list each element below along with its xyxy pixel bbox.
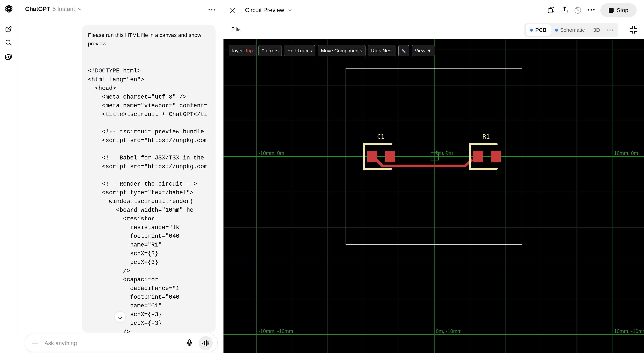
view-label: View ▼ [415,48,432,54]
share-icon[interactable] [560,6,569,14]
layer-button[interactable]: layer: top [229,45,256,56]
stop-square-icon [609,8,614,13]
canvas-title-dropdown[interactable]: Circuit Preview [245,7,292,14]
chat-composer[interactable] [24,334,218,352]
user-message-text: Please run this HTML file in a canvas an… [88,31,204,48]
chat-input[interactable] [44,338,166,348]
coord-label-right: 10mm, 0m [614,150,638,156]
c1-pad-1[interactable] [368,151,377,162]
r1-pad-1[interactable] [473,151,483,162]
library-icon[interactable] [5,53,12,61]
coord-label-bottom-right: 10mm, -10mm [614,328,644,334]
tab-pcb[interactable]: PCB [526,24,550,36]
rats-nest-label: Rats Nest [371,48,393,54]
stop-button[interactable]: Stop [600,4,637,17]
r1-pad-2[interactable] [491,151,501,162]
layer-label: layer: [232,48,244,54]
coord-label-bottom-left: -10mm, -10mm [258,328,293,334]
schematic-status-dot [555,29,558,32]
conversation-options-icon[interactable] [208,8,216,12]
pencil-icon [402,48,406,54]
chevron-down-icon [288,8,292,13]
move-components-label: Move Components [321,48,362,54]
tabs-more-icon[interactable]: ••• [604,28,616,33]
copy-icon[interactable] [547,6,555,14]
layer-value: top [246,48,253,54]
tab-schematic-label: Schematic [560,27,585,33]
microphone-icon[interactable] [185,338,194,348]
model-name: 5 Instant [52,6,75,13]
tab-schematic[interactable]: Schematic [550,24,589,36]
arrow-down-icon [118,314,123,319]
view-dropdown-button[interactable]: View ▼ [412,45,435,56]
pcb-canvas[interactable]: C1 R1 -10mm, 0m 0m, 0m 10mm, 0m -10mm, -… [224,39,644,353]
canvas-title: Circuit Preview [245,7,284,14]
component-r1[interactable]: R1 [470,133,501,169]
pcb-toolbar: layer: top 0 errors Edit Traces Move Com… [229,45,435,56]
stop-label: Stop [616,7,628,14]
user-code-block: <!DOCTYPE html> <html lang="en"> <head> … [88,67,216,332]
history-icon[interactable] [574,6,582,14]
close-icon[interactable] [229,7,236,14]
chat-column: ChatGPT 5 Instant Please run this HTML f… [18,0,222,353]
search-icon[interactable] [5,39,12,47]
grid-coordinate-labels: -10mm, 0m 0m, 0m 10mm, 0m -10mm, -10mm 0… [258,150,644,334]
user-message-bubble: Please run this HTML file in a canvas an… [82,25,216,332]
coord-label-origin: 0m, 0m [436,150,453,156]
edit-traces-label: Edit Traces [288,48,312,54]
new-chat-icon[interactable] [5,25,12,33]
c1-pad-2[interactable] [385,151,395,162]
grid-minor-lines [224,39,644,353]
openai-logo [5,5,12,12]
scroll-to-bottom-button[interactable] [114,311,126,322]
attach-plus-icon[interactable] [31,339,39,347]
view-mode-switcher: PCB Schematic 3D ••• [524,23,618,37]
brand-title: ChatGPT [25,6,50,13]
c1-label: C1 [377,133,384,140]
collapse-fullscreen-icon[interactable] [630,26,638,34]
app-rail [0,0,18,353]
waveform-icon [202,339,210,347]
edit-traces-button[interactable]: Edit Traces [284,45,315,56]
model-picker[interactable]: ChatGPT 5 Instant [25,5,82,13]
tab-pcb-label: PCB [535,27,546,33]
more-options-icon[interactable] [587,8,595,16]
coord-label-bottom-center: 0m, -10mm [436,328,462,334]
rats-nest-button[interactable]: Rats Nest [368,45,396,56]
grid-major-lines [224,39,644,353]
tab-3d-label: 3D [593,27,600,33]
errors-label: 0 errors [262,48,279,54]
errors-button[interactable]: 0 errors [258,45,282,56]
move-components-button[interactable]: Move Components [318,45,365,56]
pcb-drawing: C1 R1 -10mm, 0m 0m, 0m 10mm, 0m -10mm, -… [224,39,644,353]
file-menu[interactable]: File [231,26,240,32]
tab-3d[interactable]: 3D [589,24,604,36]
pcb-status-dot [530,29,533,32]
voice-mode-button[interactable] [199,336,213,350]
canvas-panel: Circuit Preview Stop File [222,0,644,353]
r1-label: R1 [482,133,490,140]
chevron-down-icon [77,7,82,12]
pencil-tool-button[interactable] [398,45,409,56]
coord-label-left: -10mm, 0m [258,150,284,156]
